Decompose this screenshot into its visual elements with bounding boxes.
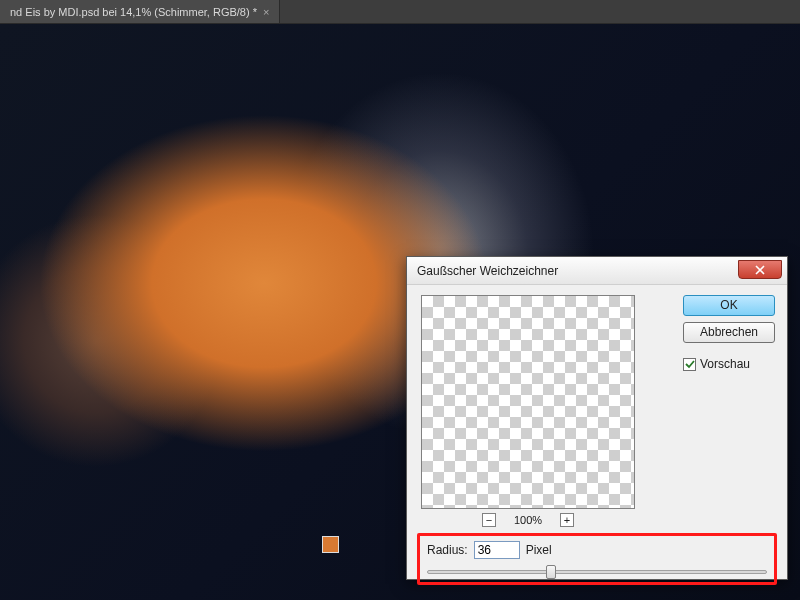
zoom-in-button[interactable]: + xyxy=(560,513,574,527)
preview-checkbox-label: Vorschau xyxy=(700,357,750,371)
gaussian-blur-dialog: Gaußscher Weichzeichner − 100% + OK Abbr… xyxy=(406,256,788,580)
radius-row: Radius: Pixel xyxy=(427,541,552,559)
color-swatch[interactable] xyxy=(322,536,339,553)
dialog-body: − 100% + OK Abbrechen Vorschau Radius: P… xyxy=(407,285,787,579)
window-close-button[interactable] xyxy=(738,260,782,279)
slider-thumb[interactable] xyxy=(546,565,556,579)
check-icon xyxy=(685,359,695,369)
radius-input[interactable] xyxy=(474,541,520,559)
close-icon[interactable]: × xyxy=(263,6,269,18)
zoom-controls: − 100% + xyxy=(421,513,635,527)
zoom-percent: 100% xyxy=(514,514,542,526)
ok-button[interactable]: OK xyxy=(683,295,775,316)
document-tab-bar: nd Eis by MDI.psd bei 14,1% (Schimmer, R… xyxy=(0,0,800,24)
dialog-title: Gaußscher Weichzeichner xyxy=(417,264,558,278)
preview-thumbnail[interactable] xyxy=(421,295,635,509)
radius-label: Radius: xyxy=(427,543,468,557)
cancel-button[interactable]: Abbrechen xyxy=(683,322,775,343)
zoom-out-button[interactable]: − xyxy=(482,513,496,527)
preview-checkbox-row[interactable]: Vorschau xyxy=(683,357,775,371)
document-tab[interactable]: nd Eis by MDI.psd bei 14,1% (Schimmer, R… xyxy=(0,0,280,23)
slider-track xyxy=(427,570,767,574)
dialog-titlebar[interactable]: Gaußscher Weichzeichner xyxy=(407,257,787,285)
radius-unit: Pixel xyxy=(526,543,552,557)
document-tab-title: nd Eis by MDI.psd bei 14,1% (Schimmer, R… xyxy=(10,6,257,18)
preview-checkbox[interactable] xyxy=(683,358,696,371)
radius-slider[interactable] xyxy=(427,565,767,579)
close-icon xyxy=(755,265,765,275)
